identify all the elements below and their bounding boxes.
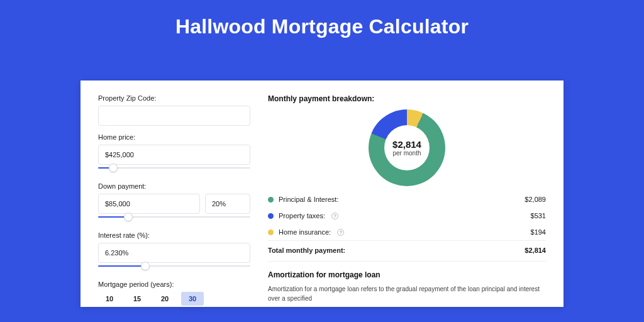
donut-amount: $2,814 (392, 139, 421, 150)
period-option-15[interactable]: 15 (126, 292, 148, 306)
breakdown-total-label: Total monthly payment: (268, 247, 345, 254)
period-label: Mortgage period (years): (98, 280, 250, 288)
breakdown-panel: Monthly payment breakdown: $2,814 per mo… (268, 94, 546, 307)
down-payment-row (98, 194, 250, 214)
breakdown-title: Monthly payment breakdown: (268, 94, 546, 103)
page-stage: Hallwood Mortgage Calculator Property Zi… (0, 0, 644, 322)
breakdown-row-label: Property taxes: (279, 212, 325, 219)
period-option-20[interactable]: 20 (153, 292, 176, 306)
legend-dot-blue (268, 213, 274, 219)
breakdown-row-total: Total monthly payment: $2,814 (268, 240, 546, 258)
breakdown-row-label: Home insurance: (279, 228, 331, 236)
info-icon[interactable]: ? (331, 213, 338, 219)
breakdown-row-insurance: Home insurance: ? $194 (268, 224, 546, 240)
zip-field-block: Property Zip Code: (98, 94, 250, 126)
down-payment-input[interactable] (98, 194, 200, 214)
breakdown-total-value: $2,814 (525, 247, 546, 254)
breakdown-row-value: $194 (531, 228, 546, 236)
info-icon[interactable]: ? (337, 229, 344, 236)
down-payment-label: Down payment: (98, 182, 250, 190)
interest-label: Interest rate (%): (98, 231, 250, 239)
period-option-30[interactable]: 30 (181, 292, 204, 306)
donut-sub: per month (392, 150, 421, 157)
divider (268, 261, 546, 262)
period-options: 10 15 20 30 (98, 292, 250, 306)
slider-fill (98, 265, 145, 267)
home-price-label: Home price: (98, 133, 250, 141)
home-price-slider[interactable] (98, 164, 250, 175)
interest-field-block: Interest rate (%): (98, 231, 250, 273)
breakdown-row-value: $2,089 (525, 196, 546, 203)
breakdown-row-left: Property taxes: ? (268, 212, 338, 219)
breakdown-row-principal: Principal & Interest: $2,089 (268, 191, 546, 208)
breakdown-row-label: Principal & Interest: (279, 196, 338, 203)
breakdown-row-taxes: Property taxes: ? $531 (268, 208, 546, 224)
breakdown-row-left: Home insurance: ? (268, 228, 344, 236)
breakdown-list: Principal & Interest: $2,089 Property ta… (268, 191, 546, 258)
form-panel: Property Zip Code: Home price: Down paym… (98, 94, 250, 307)
interest-input[interactable] (98, 243, 250, 263)
donut-wrap: $2,814 per month (268, 107, 546, 191)
amortization-title: Amortization for mortgage loan (268, 270, 546, 279)
home-price-field-block: Home price: (98, 133, 250, 175)
slider-thumb[interactable] (109, 164, 118, 172)
interest-slider[interactable] (98, 262, 250, 273)
page-title: Hallwood Mortgage Calculator (0, 0, 644, 38)
breakdown-row-left: Principal & Interest: (268, 196, 338, 203)
donut-chart: $2,814 per month (369, 109, 445, 186)
down-payment-field-block: Down payment: (98, 182, 250, 224)
donut-center: $2,814 per month (384, 125, 430, 170)
down-payment-slider[interactable] (98, 213, 250, 224)
zip-input[interactable] (98, 106, 250, 126)
legend-dot-yellow (268, 230, 274, 235)
down-payment-pct-input[interactable] (205, 194, 250, 214)
slider-thumb[interactable] (124, 213, 133, 221)
legend-dot-green (268, 197, 274, 203)
calculator-card: Property Zip Code: Home price: Down paym… (80, 80, 564, 307)
period-field-block: Mortgage period (years): 10 15 20 30 (98, 280, 250, 306)
slider-thumb[interactable] (141, 262, 150, 270)
zip-label: Property Zip Code: (98, 94, 250, 102)
amortization-text: Amortization for a mortgage loan refers … (268, 284, 546, 303)
breakdown-row-value: $531 (531, 212, 546, 219)
home-price-input[interactable] (98, 145, 250, 165)
period-option-10[interactable]: 10 (98, 292, 121, 306)
slider-track-line (98, 167, 250, 169)
card-inner: Property Zip Code: Home price: Down paym… (80, 80, 564, 307)
